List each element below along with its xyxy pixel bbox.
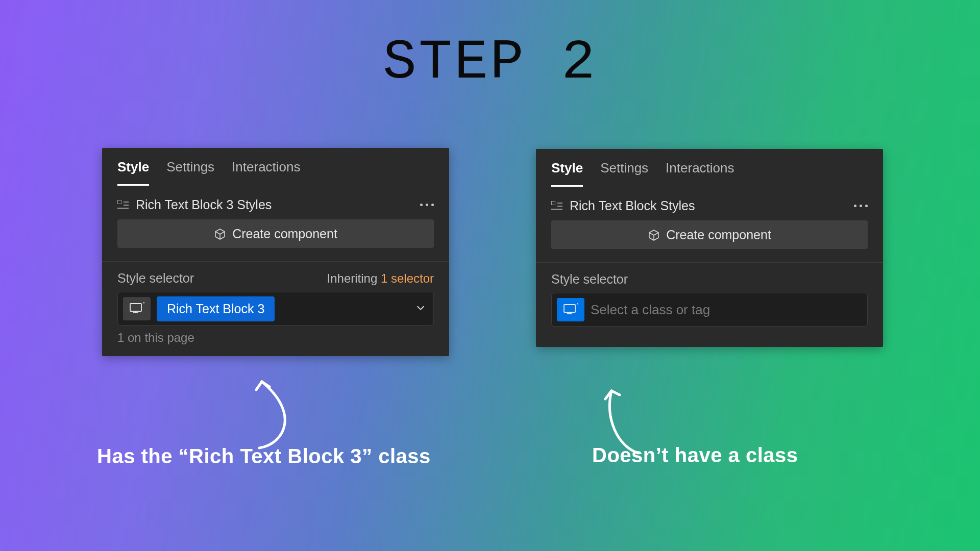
- tab-style[interactable]: Style: [551, 160, 583, 187]
- breakpoint-button[interactable]: *: [123, 297, 151, 320]
- tab-settings[interactable]: Settings: [166, 159, 214, 186]
- component-icon: [214, 228, 225, 239]
- create-component-label: Create component: [232, 227, 337, 241]
- class-selector-field[interactable]: * Rich Text Block 3: [117, 292, 434, 325]
- caption-no-class: Doesn’t have a class: [592, 444, 798, 467]
- tab-interactions[interactable]: Interactions: [666, 160, 734, 187]
- style-panel-no-class: Style Settings Interactions Rich Text Bl…: [536, 149, 883, 347]
- styles-heading-text: Rich Text Block Styles: [570, 198, 695, 213]
- svg-rect-0: [130, 304, 141, 311]
- tab-style[interactable]: Style: [117, 159, 149, 186]
- styles-heading: Rich Text Block 3 Styles: [117, 197, 272, 212]
- styles-heading: Rich Text Block Styles: [551, 198, 695, 213]
- style-selector-header: Style selector Inheriting 1 selector: [102, 262, 449, 292]
- styles-heading-text: Rich Text Block 3 Styles: [136, 197, 272, 212]
- styles-section-header: Rich Text Block 3 Styles: [102, 186, 449, 219]
- rich-text-icon: [117, 199, 129, 211]
- svg-text:*: *: [143, 302, 144, 307]
- panel-tabs: Style Settings Interactions: [102, 148, 449, 186]
- annotation-arrow-left: [249, 378, 315, 449]
- instances-on-page: 1 on this page: [102, 331, 449, 356]
- styles-section-header: Rich Text Block Styles: [536, 187, 883, 220]
- create-component-button[interactable]: Create component: [117, 219, 434, 248]
- svg-rect-4: [564, 305, 575, 312]
- create-component-label: Create component: [666, 228, 771, 242]
- svg-text:*: *: [577, 303, 578, 308]
- create-component-button[interactable]: Create component: [551, 220, 868, 249]
- component-icon: [648, 229, 659, 240]
- style-panel-with-class: Style Settings Interactions Rich Text Bl…: [102, 148, 449, 356]
- class-pill[interactable]: Rich Text Block 3: [157, 296, 275, 321]
- panel-tabs: Style Settings Interactions: [536, 149, 883, 187]
- breakpoint-button[interactable]: *: [557, 298, 584, 321]
- step-title: STEP 2: [383, 31, 597, 94]
- style-selector-header: Style selector: [536, 263, 883, 293]
- class-selector-field[interactable]: *: [551, 293, 868, 327]
- style-selector-label: Style selector: [551, 272, 628, 287]
- style-selector-label: Style selector: [117, 271, 194, 286]
- tab-settings[interactable]: Settings: [600, 160, 648, 187]
- inheriting-info[interactable]: Inheriting 1 selector: [327, 271, 434, 286]
- class-input[interactable]: [591, 302, 860, 318]
- rich-text-icon: [551, 201, 562, 212]
- caption-has-class: Has the “Rich Text Block 3” class: [97, 445, 431, 468]
- breakpoint-icon: *: [563, 303, 578, 316]
- inheriting-label: Inheriting: [327, 271, 378, 285]
- inheriting-count: 1 selector: [381, 271, 434, 285]
- chevron-down-icon[interactable]: [415, 302, 426, 315]
- more-menu-button[interactable]: [420, 204, 434, 206]
- instances-on-page: [536, 332, 883, 347]
- breakpoint-icon: *: [129, 302, 144, 315]
- tab-interactions[interactable]: Interactions: [232, 159, 300, 186]
- more-menu-button[interactable]: [854, 205, 868, 207]
